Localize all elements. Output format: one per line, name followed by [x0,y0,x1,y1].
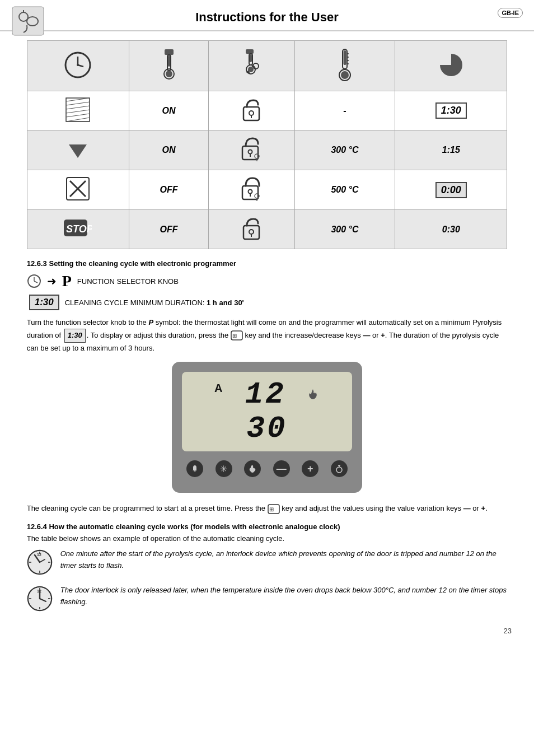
table-cell-300-1: 300 °C [294,130,395,170]
table-cell-lock-key [209,41,294,91]
svg-rect-10 [168,55,170,67]
table-row-5: STOP OFF 300 °C 0:30 [27,210,507,249]
section-1264: 12.6.4 How the automatic cleaning cycle … [27,522,508,543]
svg-line-35 [66,118,90,122]
lock-closed-key-icon [240,175,263,203]
svg-line-32 [66,106,90,109]
table-cell-lock-closed [209,170,294,210]
display-number-2: 30 [247,412,288,446]
section-1264-subtitle: The table below shows an example of oper… [27,534,508,543]
svg-point-57 [249,230,254,234]
svg-rect-0 [12,7,44,35]
svg-point-42 [249,150,252,154]
table-cell-pie [395,41,507,91]
table-cell-000: 0:00 [395,170,507,210]
page-title: Instructions for the User [195,10,338,25]
header-logo [11,6,45,36]
svg-rect-8 [165,49,174,55]
p-symbol: P [62,272,72,290]
svg-point-38 [249,111,254,115]
table-cell-x [27,170,129,210]
table-cell-500: 500 °C [294,170,395,210]
clock-icon-wrapper-2: 12 [27,586,53,613]
svg-rect-22 [343,50,346,65]
body-text-1263: Turn the function selector knob to the P… [27,317,508,354]
table-cell-dash-1: - [294,91,395,130]
svg-text:STOP: STOP [66,223,92,235]
svg-point-20 [248,67,254,72]
clock-icon-wrapper-1: 12 [27,549,53,577]
svg-point-65 [336,467,342,473]
svg-text:⊞: ⊞ [232,333,237,339]
display-btn-timer[interactable] [331,460,348,477]
operation-table: ON - 1:30 ON [27,40,508,249]
display-a-label: A [214,382,224,394]
table-row-header [27,41,507,91]
table-cell-off-2: OFF [129,210,209,249]
stop-icon: STOP [64,220,92,237]
display-controls: ✳ — + [182,460,352,477]
svg-rect-13 [246,49,254,54]
oven-display: A 12 30 ✳ — + [172,362,362,493]
table-row-2: ON - 1:30 [27,91,507,130]
svg-line-33 [66,110,90,113]
table-cell-thermometer-control [129,41,209,91]
function-selector-label: FUNCTION SELECTOR KNOB [77,277,179,286]
thermometer-tall-icon [336,48,353,82]
analog-clock-icon-2: 12 [27,586,53,612]
page-number: 23 [0,621,534,635]
svg-point-7 [77,64,79,66]
arrow-down-icon [65,137,90,161]
table-row-4: OFF 500 °C 0:00 [27,170,507,210]
cleaning-duration-box: 1:30 [29,295,59,310]
country-badge: GB-IE [498,8,523,18]
table-cell-lock-open-key-1 [209,130,294,170]
svg-text:⊞: ⊞ [269,506,274,512]
table-cell-thermometer-tall [294,41,395,91]
grid-pattern-icon [65,97,90,122]
para1-row: 12 One minute after the start of the pyr… [27,548,508,577]
svg-point-12 [166,71,172,77]
svg-point-24 [341,71,349,79]
svg-text:12: 12 [37,553,41,557]
lock-open-key-icon [240,135,263,163]
lock-open-icon-2 [241,216,261,241]
x-icon [65,176,90,201]
para1-text: One minute after the start of the pyroly… [60,548,508,572]
table-cell-on-1: ON [129,91,209,130]
key-inline-icon-2: ⊞ [268,504,280,514]
svg-line-30 [66,98,90,101]
table-cell-grid [27,91,129,130]
analog-clock-icon-1: 12 [27,549,53,575]
svg-line-31 [66,102,90,105]
function-selector-row: ➜ P FUNCTION SELECTOR KNOB [27,272,508,290]
table-cell-lock-open-1 [209,91,294,130]
display-screen: A 12 30 [182,372,352,451]
time-display-130: 1:30 [435,102,467,119]
svg-line-34 [66,114,90,117]
para2-text: The door interlock is only released late… [60,585,508,608]
display-btn-flame[interactable] [244,460,261,477]
svg-text:12: 12 [37,589,41,593]
section-1263-title: 12.6.3 Setting the cleaning cycle with e… [27,259,508,268]
lock-open-icon-1 [241,97,261,123]
svg-rect-37 [243,107,259,120]
clock-icon [64,51,92,79]
pie-icon [437,51,465,79]
table-cell-300-2: 300 °C [294,210,395,249]
cleaning-duration-label: CLEANING CYCLE MINIMUM DURATION: 1 h and… [65,298,244,307]
table-cell-lock-open-2 [209,210,294,249]
time-display-000: 0:00 [435,182,467,198]
table-cell-on-2: ON [129,130,209,170]
caption-text-1263: The cleaning cycle can be programmed to … [27,503,508,515]
page-header: Instructions for the User GB-IE [0,0,534,31]
display-btn-minus[interactable]: — [273,460,290,477]
display-btn-bell[interactable] [186,460,203,477]
display-btn-plus[interactable]: + [302,460,318,477]
svg-rect-18 [250,54,252,62]
display-btn-snowflake[interactable]: ✳ [216,460,232,477]
svg-marker-40 [69,144,87,158]
svg-rect-56 [243,226,259,239]
thermometer-button-icon [159,49,179,81]
svg-line-61 [34,281,38,283]
